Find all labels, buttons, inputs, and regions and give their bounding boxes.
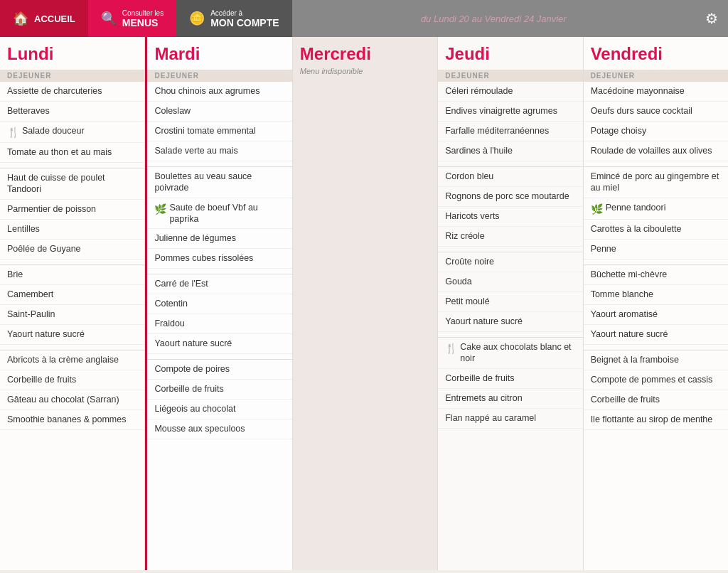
menu-item-text: Carré de l'Est (154, 278, 208, 289)
menu-item: Cordon bleu (438, 167, 582, 187)
menu-item-text: Abricots à la crème anglaise (7, 354, 119, 365)
menu-item: Beignet à la framboise (584, 350, 728, 370)
chef-icon: 🍴 (7, 126, 19, 139)
menu-item-text: Rognons de porc sce moutarde (445, 191, 569, 202)
menu-item: Poêlée de Guyane (0, 240, 144, 259)
menu-item-text: Compote de poires (154, 363, 230, 375)
menu-item-text: Haut de cuisse de poulet Tandoori (7, 172, 137, 196)
menu-item-text: Tomate au thon et au mais (7, 146, 112, 158)
menu-item: Macédoine mayonnaise (584, 82, 728, 102)
menu-item-text: Corbeille de fruits (591, 394, 660, 405)
menu-item: Abricots à la crème anglaise (0, 350, 144, 370)
menu-item-text: Penne (591, 243, 616, 255)
menu-item-text: Compote de pommes et cassis (591, 374, 713, 385)
separator (147, 161, 291, 167)
menu-item-text: Corbeille de fruits (7, 374, 76, 385)
menu-item: Corbeille de fruits (584, 390, 728, 410)
menu-item-text: Croûte noire (445, 256, 494, 267)
menu-item: Corbeille de fruits (0, 370, 144, 390)
menu-item-text: Ile flottante au sirop de menthe (591, 414, 713, 425)
chef-icon: 🍴 (445, 342, 457, 355)
menu-item-text: Chou chinois aux agrumes (154, 85, 259, 97)
menu-item-text: Farfalle méditerranéennes (445, 125, 549, 136)
menu-item-text: Endives vinaigrette agrumes (445, 105, 557, 117)
section-header-mardi-0: DEJEUNER (147, 70, 291, 82)
leaf-icon: 🌿 (591, 203, 603, 215)
section-header-lundi-0: DEJEUNER (0, 70, 144, 82)
menu-item: Yaourt aromatisé (584, 305, 728, 325)
menu-item-text: Riz créole (445, 230, 485, 242)
nav-bar: 🏠 ACCUEIL 🔍 Consulter les MENUS 🪙 Accéde… (0, 0, 728, 37)
nav-compte[interactable]: 🪙 Accéder à MON COMPTE (176, 0, 291, 37)
menu-item-text: Flan nappé au caramel (445, 412, 536, 424)
menu-item: Haut de cuisse de poulet Tandoori (0, 168, 144, 200)
section-header-jeudi-0: DEJEUNER (438, 70, 582, 82)
leaf-icon: 🌿 (154, 203, 166, 215)
menu-item: Bûchette mi-chèvre (584, 265, 728, 285)
menu-item: Saint-Paulin (0, 305, 144, 325)
menu-item: Compote de poires (147, 360, 291, 380)
menu-item: Corbeille de fruits (438, 369, 582, 389)
menu-item: 🍴Salade douceur (0, 122, 144, 143)
menu-item: Oeufs durs sauce cocktail (584, 102, 728, 122)
menu-item-text: Salade verte au mais (154, 145, 237, 156)
menu-item: Potage choisy (584, 122, 728, 141)
menu-item-text: Saint-Paulin (7, 309, 55, 320)
day-title-mardi: Mardi (147, 37, 291, 67)
menu-item: Corbeille de fruits (147, 380, 291, 400)
nav-menus[interactable]: 🔍 Consulter les MENUS (88, 0, 176, 37)
menu-item-text: Saute de boeuf Vbf au paprika (169, 202, 284, 225)
menu-item: Camembert (0, 285, 144, 305)
menu-item: Roulade de volailles aux olives (584, 141, 728, 161)
menu-item: Riz créole (438, 227, 582, 247)
menu-item-text: Pommes cubes rissolées (154, 252, 253, 264)
menu-item-text: Haricots verts (445, 210, 499, 222)
separator (0, 259, 144, 265)
account-icon: 🪙 (189, 11, 205, 26)
menu-item-text: Brie (7, 269, 23, 280)
menu-item-text: Corbeille de fruits (445, 373, 514, 384)
menu-item: Chou chinois aux agrumes (147, 82, 291, 102)
menu-item: Yaourt nature sucré (147, 334, 291, 354)
search-icon: 🔍 (101, 11, 117, 26)
separator (438, 161, 582, 167)
menu-item: Sardines à l'huile (438, 141, 582, 161)
nav-accueil[interactable]: 🏠 ACCUEIL (0, 0, 88, 37)
day-column-mercredi: MercrediMenu indisponible (293, 37, 438, 570)
menu-grid: LundiDEJEUNERAssiette de charcuteriesBet… (0, 37, 728, 570)
menu-item: Ile flottante au sirop de menthe (584, 410, 728, 430)
separator (438, 247, 582, 252)
gear-icon: ⚙ (705, 10, 718, 27)
menu-item-text: Gouda (445, 276, 472, 287)
menu-item: Tomme blanche (584, 285, 728, 305)
menu-item: Endives vinaigrette agrumes (438, 102, 582, 122)
menu-item: Farfalle méditerranéennes (438, 122, 582, 141)
menu-item-text: Camembert (7, 289, 53, 300)
menu-item-text: Potage choisy (591, 125, 647, 136)
menu-item-text: Parmentier de poisson (7, 203, 96, 215)
nav-settings[interactable]: ⚙ (695, 0, 728, 37)
menu-item-text: Julienne de légumes (154, 232, 236, 244)
separator (584, 345, 728, 350)
separator (438, 332, 582, 338)
menu-item: Tomate au thon et au mais (0, 143, 144, 163)
menu-item: Brie (0, 265, 144, 285)
menu-item: Pommes cubes rissolées (147, 249, 291, 269)
menu-item: Petit moulé (438, 292, 582, 312)
menu-item-text: Lentilles (7, 223, 40, 235)
menu-item: Entremets au citron (438, 389, 582, 409)
menu-item: Lentilles (0, 220, 144, 240)
menu-item-text: Yaourt nature sucré (445, 316, 523, 327)
menu-item-text: Liégeois au chocolat (154, 403, 235, 414)
day-title-vendredi: Vendredi (584, 37, 728, 67)
menu-item-text: Yaourt nature sucré (7, 328, 85, 340)
menu-item: Salade verte au mais (147, 141, 291, 161)
menu-item-text: Beignet à la framboise (591, 354, 679, 365)
nav-accueil-label: ACCUEIL (34, 14, 75, 24)
menu-item-text: Yaourt nature sucré (591, 328, 668, 340)
menu-item: Yaourt nature sucré (438, 312, 582, 332)
menu-item-text: Crostini tomate emmental (154, 125, 255, 136)
menu-item: Croûte noire (438, 252, 582, 272)
separator (147, 269, 291, 274)
menu-item: Gâteau au chocolat (Sarran) (0, 390, 144, 410)
